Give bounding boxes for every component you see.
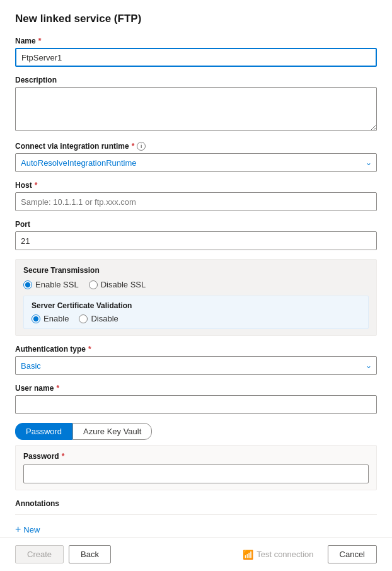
back-button[interactable]: Back [69, 545, 111, 563]
enable-cert-option[interactable]: Enable [32, 314, 69, 323]
username-field-group: User name * [15, 384, 377, 414]
enable-ssl-option[interactable]: Enable SSL [23, 280, 79, 289]
panel-body: New linked service (FTP) Name * Descript… [0, 0, 392, 537]
auth-type-field-group: Authentication type * Basic ⌄ [15, 345, 377, 375]
password-required-star: * [62, 452, 65, 461]
name-label: Name * [15, 37, 377, 45]
disable-ssl-radio[interactable] [89, 280, 98, 289]
create-button[interactable]: Create [15, 545, 64, 563]
port-label: Port [15, 220, 377, 229]
password-input[interactable] [23, 464, 369, 483]
annotations-section: Annotations + New [15, 499, 377, 537]
host-required-star: * [35, 181, 38, 190]
panel-footer: Create Back 📶 Test connection Cancel [0, 537, 392, 571]
new-annotation-button[interactable]: + New [15, 521, 40, 537]
disable-ssl-option[interactable]: Disable SSL [89, 280, 146, 289]
disable-cert-option[interactable]: Disable [79, 314, 118, 323]
description-label: Description [15, 76, 377, 84]
auth-type-select[interactable]: Basic [15, 356, 377, 375]
cancel-button[interactable]: Cancel [328, 545, 377, 563]
wifi-icon: 📶 [243, 550, 253, 560]
credential-tab-group: Password Azure Key Vault [15, 423, 377, 440]
plus-icon: + [15, 524, 21, 535]
runtime-info-icon[interactable]: i [137, 142, 146, 151]
description-input[interactable] [15, 87, 377, 131]
runtime-select-wrapper: AutoResolveIntegrationRuntime ⌄ [15, 153, 377, 172]
runtime-label: Connect via integration runtime * i [15, 142, 377, 151]
username-label: User name * [15, 384, 377, 393]
runtime-required-star: * [132, 142, 135, 151]
enable-cert-radio[interactable] [32, 314, 40, 323]
description-field-group: Description [15, 76, 377, 133]
annotations-label: Annotations [15, 499, 377, 508]
name-field-group: Name * [15, 37, 377, 67]
auth-type-label: Authentication type * [15, 345, 377, 354]
enable-ssl-label: Enable SSL [35, 280, 79, 289]
username-input[interactable] [15, 395, 377, 414]
disable-ssl-label: Disable SSL [101, 280, 146, 289]
auth-type-select-wrapper: Basic ⌄ [15, 356, 377, 375]
cert-validation-box: Server Certificate Validation Enable Dis… [23, 296, 369, 329]
name-input[interactable] [15, 48, 377, 67]
auth-required-star: * [88, 345, 91, 354]
runtime-select[interactable]: AutoResolveIntegrationRuntime [15, 153, 377, 172]
host-input[interactable] [15, 192, 377, 211]
secure-transmission-section: Secure Transmission Enable SSL Disable S… [15, 259, 377, 336]
cert-radio-group: Enable Disable [32, 314, 360, 323]
ssl-radio-group: Enable SSL Disable SSL [23, 280, 369, 289]
test-connection-button[interactable]: 📶 Test connection [234, 546, 322, 563]
name-required-star: * [38, 37, 42, 45]
username-required-star: * [56, 384, 59, 393]
host-field-group: Host * [15, 181, 377, 211]
azure-keyvault-tab[interactable]: Azure Key Vault [72, 423, 152, 440]
password-section-label: Password * [23, 452, 369, 461]
disable-cert-radio[interactable] [79, 314, 88, 323]
disable-cert-label: Disable [91, 314, 118, 323]
password-tab-group: Password Azure Key Vault Password * [15, 423, 377, 490]
annotations-divider [15, 514, 377, 515]
port-field-group: Port [15, 220, 377, 250]
cert-validation-label: Server Certificate Validation [32, 301, 360, 310]
secure-transmission-label: Secure Transmission [23, 266, 369, 275]
password-tab[interactable]: Password [15, 423, 72, 440]
password-section: Password * [15, 445, 377, 490]
runtime-field-group: Connect via integration runtime * i Auto… [15, 142, 377, 172]
enable-cert-label: Enable [43, 314, 69, 323]
port-input[interactable] [15, 231, 377, 250]
enable-ssl-radio[interactable] [23, 280, 32, 289]
panel-title: New linked service (FTP) [15, 13, 377, 25]
new-linked-service-panel: New linked service (FTP) Name * Descript… [0, 0, 392, 571]
host-label: Host * [15, 181, 377, 190]
